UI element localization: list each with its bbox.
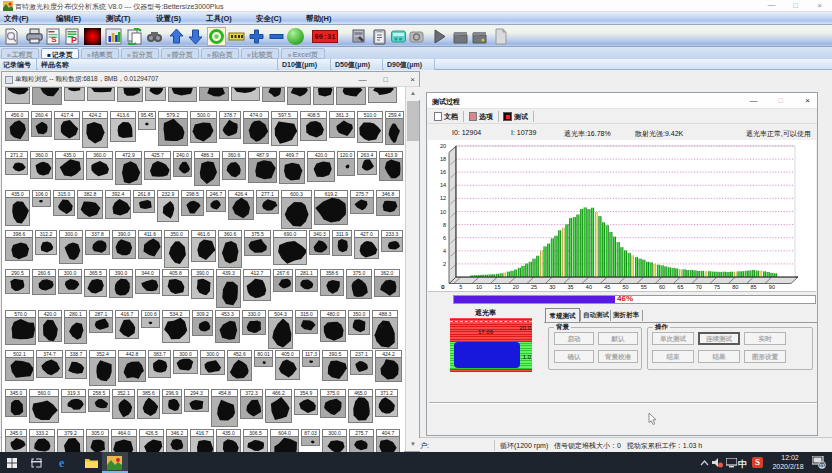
- svg-text:S: S: [51, 35, 57, 44]
- svg-text:20: 20: [513, 284, 519, 290]
- svg-text:15: 15: [494, 284, 500, 290]
- svg-text:20: 20: [440, 143, 446, 149]
- svg-text:8: 8: [443, 222, 446, 228]
- svg-text:80: 80: [732, 284, 738, 290]
- svg-text:30: 30: [549, 284, 555, 290]
- svg-text:4: 4: [443, 248, 446, 254]
- svg-text:6: 6: [443, 235, 446, 241]
- svg-text:10: 10: [476, 284, 482, 290]
- svg-text:60: 60: [659, 284, 665, 290]
- svg-text:16: 16: [440, 169, 446, 175]
- svg-text:50: 50: [622, 284, 628, 290]
- svg-text:45: 45: [604, 284, 610, 290]
- svg-text:55: 55: [641, 284, 647, 290]
- svg-text:25: 25: [531, 284, 537, 290]
- svg-text:11: 11: [819, 463, 825, 469]
- svg-text:90: 90: [769, 284, 775, 290]
- svg-text:18: 18: [440, 156, 446, 162]
- svg-text:65: 65: [677, 284, 683, 290]
- svg-text:14: 14: [440, 182, 446, 188]
- svg-text:35: 35: [568, 284, 574, 290]
- svg-text:2: 2: [443, 261, 446, 267]
- svg-text:0: 0: [441, 284, 444, 290]
- svg-text:10: 10: [440, 209, 446, 215]
- svg-text:75: 75: [714, 284, 720, 290]
- svg-text:12: 12: [440, 195, 446, 201]
- svg-text:85: 85: [751, 284, 757, 290]
- svg-text:40: 40: [586, 284, 592, 290]
- svg-text:70: 70: [696, 284, 702, 290]
- svg-text:5: 5: [459, 284, 462, 290]
- svg-text:P: P: [71, 35, 77, 45]
